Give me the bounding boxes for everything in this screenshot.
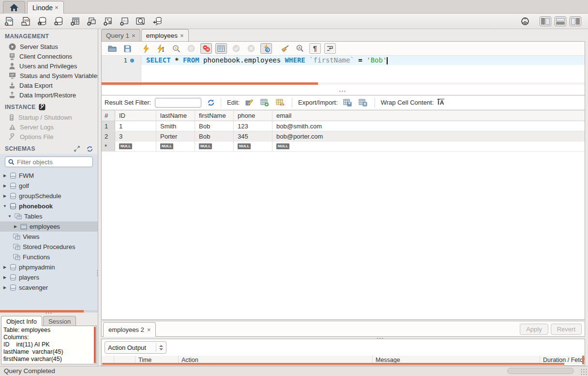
cell-phone[interactable]: 345 xyxy=(234,131,272,141)
chevron-right-icon[interactable]: ▶ xyxy=(13,224,18,229)
tree-item-schema[interactable]: ▶ golf xyxy=(0,181,98,191)
stop-query-icon[interactable] xyxy=(185,43,197,54)
toggle-limit-icon[interactable] xyxy=(200,43,212,54)
column-header-phone[interactable]: phone xyxy=(234,110,272,121)
open-file-icon[interactable] xyxy=(106,43,118,54)
wrap-text-icon[interactable] xyxy=(324,43,336,54)
close-icon[interactable]: × xyxy=(55,4,59,11)
create-view-icon[interactable] xyxy=(86,16,97,27)
refresh-schemas-icon[interactable] xyxy=(87,146,93,152)
cell-null[interactable]: NULL xyxy=(272,141,585,151)
tree-item-schema[interactable]: ▶ FWM xyxy=(0,171,98,181)
refresh-results-icon[interactable] xyxy=(207,99,215,107)
execute-query-icon[interactable] xyxy=(140,43,152,54)
chevron-right-icon[interactable]: ▶ xyxy=(2,275,7,280)
editor-splitter-grip[interactable] xyxy=(339,90,347,93)
schemas-hscrollbar-thumb[interactable] xyxy=(0,310,84,313)
editor-hscrollbar[interactable] xyxy=(102,82,585,85)
reconnect-dbms-icon[interactable] xyxy=(152,16,163,27)
sql-text[interactable]: SELECT * FROM phonebook.employees WHERE … xyxy=(141,56,585,86)
toggle-left-sidebar-icon[interactable] xyxy=(540,16,551,26)
wrap-cell-content-icon[interactable]: ĪA xyxy=(437,99,444,106)
show-invisibles-icon[interactable]: ¶ xyxy=(309,43,321,54)
chevron-right-icon[interactable]: ▶ xyxy=(2,194,7,198)
close-icon[interactable]: × xyxy=(132,32,136,39)
chevron-right-icon[interactable]: ▶ xyxy=(2,265,7,269)
expand-panel-icon[interactable] xyxy=(74,146,80,152)
create-procedure-icon[interactable] xyxy=(103,16,113,27)
tree-item-schema-phonebook[interactable]: ▼ phonebook xyxy=(0,201,98,211)
column-header-firstname[interactable]: firstName xyxy=(195,110,234,121)
sidebar-item-system-variables[interactable]: Status and System Variables xyxy=(0,71,98,80)
home-tab[interactable] xyxy=(3,1,25,14)
create-table-icon[interactable] xyxy=(70,16,80,27)
tree-item-schema[interactable]: ▶ groupSchedule xyxy=(0,191,98,201)
log-vscrollbar[interactable] xyxy=(582,356,584,364)
cell-null[interactable]: NULL xyxy=(234,141,272,151)
tree-item-functions-folder[interactable]: Functions xyxy=(0,252,98,262)
object-info-vscrollbar[interactable] xyxy=(94,327,96,363)
tree-item-stored-procedures-folder[interactable]: Stored Procedures xyxy=(0,242,98,252)
column-header-id[interactable]: ID xyxy=(115,110,156,121)
table-row[interactable]: 2 3 Porter Bob 345 bob@porter.com xyxy=(102,131,585,141)
tab-employees[interactable]: employees × xyxy=(141,29,189,41)
search-data-icon[interactable] xyxy=(136,16,146,27)
cell-null[interactable]: NULL xyxy=(115,141,156,151)
tab-employees-2[interactable]: employees 2 × xyxy=(103,322,156,337)
window-resize-grip[interactable] xyxy=(580,368,587,375)
chevron-right-icon[interactable]: ▶ xyxy=(2,173,7,178)
close-icon[interactable]: × xyxy=(147,326,151,333)
column-header-lastname[interactable]: lastName xyxy=(156,110,195,121)
sidebar-item-server-logs[interactable]: Server Logs xyxy=(0,122,98,132)
cell-null[interactable]: NULL xyxy=(156,141,195,151)
column-header-email[interactable]: email xyxy=(272,110,585,121)
cell-lastname[interactable]: Porter xyxy=(156,131,195,141)
connection-tab[interactable]: Linode × xyxy=(27,1,64,14)
table-new-row[interactable]: * NULL NULL NULL NULL NULL xyxy=(102,141,585,152)
toggle-bottom-panel-icon[interactable] xyxy=(555,16,566,26)
cell-firstname[interactable]: Bob xyxy=(195,121,234,131)
sql-line-1[interactable]: SELECT * FROM phonebook.employees WHERE … xyxy=(141,56,585,65)
cell-lastname[interactable]: Smith xyxy=(156,121,195,131)
column-header-rownum[interactable]: # xyxy=(102,110,115,121)
tree-item-views-folder[interactable]: Views xyxy=(0,232,98,242)
sidebar-item-data-import[interactable]: Data Import/Restore xyxy=(0,90,98,100)
table-row[interactable]: 1 1 Smith Bob 123 bob@smith.com xyxy=(102,121,585,131)
tree-item-schema[interactable]: ▶ players xyxy=(0,272,98,282)
sidebar-item-users-privileges[interactable]: Users and Privileges xyxy=(0,61,98,71)
sidebar-item-options-file[interactable]: Options File xyxy=(0,132,98,141)
chevron-right-icon[interactable]: ▶ xyxy=(2,184,7,188)
open-sql-script-icon[interactable]: SQL xyxy=(20,16,31,27)
log-hscrollbar[interactable] xyxy=(102,363,564,365)
tab-session[interactable]: Session xyxy=(43,316,76,326)
export-recordset-icon[interactable] xyxy=(342,97,353,108)
result-filter-input[interactable] xyxy=(155,98,201,108)
tree-item-table-employees[interactable]: ▶ employees xyxy=(0,221,98,232)
output-selector[interactable]: Action Output xyxy=(105,341,166,354)
apply-button[interactable]: Apply xyxy=(520,324,548,335)
splitter-grip[interactable] xyxy=(45,312,53,315)
execute-statement-icon[interactable] xyxy=(155,43,167,54)
sql-code-area[interactable]: 1 SELECT * FROM phonebook.employees WHER… xyxy=(102,56,585,86)
revert-button[interactable]: Revert xyxy=(551,324,582,335)
schema-inspector-icon[interactable]: i xyxy=(37,16,47,27)
explain-query-icon[interactable] xyxy=(170,43,182,54)
insert-row-icon[interactable] xyxy=(259,97,271,108)
sidebar-item-client-connections[interactable]: Client Connections xyxy=(0,51,98,61)
tree-item-tables-folder[interactable]: ▼ Tables xyxy=(0,211,98,221)
sidebar-item-startup-shutdown[interactable]: Startup / Shutdown xyxy=(0,112,98,122)
schema-filter-input[interactable] xyxy=(17,158,102,166)
schema-filter[interactable] xyxy=(5,157,93,167)
edit-cell-icon[interactable] xyxy=(243,97,255,108)
new-sql-tab-icon[interactable]: SQL xyxy=(4,16,15,27)
create-schema-icon[interactable] xyxy=(53,16,64,27)
find-icon[interactable]: A xyxy=(294,43,306,54)
cell-id[interactable]: 3 xyxy=(115,131,156,141)
chevron-right-icon[interactable]: ▶ xyxy=(2,285,7,290)
tree-item-schema[interactable]: ▶ scavenger xyxy=(0,282,98,293)
cell-email[interactable]: bob@smith.com xyxy=(272,121,585,131)
beautify-sql-icon[interactable] xyxy=(279,43,291,54)
import-recordset-icon[interactable] xyxy=(357,97,369,108)
toggle-right-sidebar-icon[interactable] xyxy=(570,16,581,26)
create-function-icon[interactable]: f() xyxy=(119,16,130,27)
